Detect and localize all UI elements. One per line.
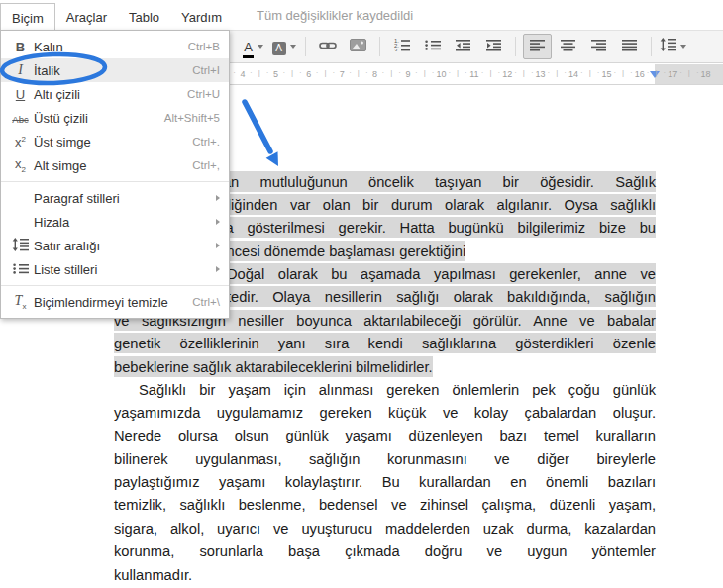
align-left-icon <box>530 38 546 55</box>
text-line[interactable]: korunma, sorunlarla başa çıkmada doğru v… <box>114 540 656 563</box>
menu-item-shortcut: Ctrl+B <box>188 41 220 52</box>
list-styles-icon <box>7 262 34 277</box>
link-icon <box>319 38 337 55</box>
image-icon <box>350 38 366 55</box>
insert-link-button[interactable] <box>313 34 342 59</box>
increase-indent-button[interactable] <box>479 34 508 59</box>
text-line[interactable]: Sağlıklı bir yaşam için alınması gereken… <box>114 379 656 402</box>
ruler-tick: | <box>655 68 657 77</box>
ruler-number: 10 <box>436 69 446 79</box>
line-spacing-toolbar-icon <box>660 38 676 55</box>
format-menu-item-biçimlendirmeyi-temizle[interactable]: TxBiçimlendirmeyi temizleCtrl+\ <box>1 290 229 314</box>
ruler-tick: · <box>696 68 699 77</box>
ruler-tick: | <box>358 68 360 77</box>
text-line[interactable]: paylaştığımız yaşamı kolaylaştırır. Bu k… <box>114 471 656 494</box>
bulleted-list-button[interactable] <box>418 34 447 59</box>
ruler-number: 13 <box>536 69 546 79</box>
format-menu-item-kalın[interactable]: BKalınCtrl+B <box>1 35 229 58</box>
toolbar-separator <box>515 37 516 56</box>
ruler-tick: | <box>589 68 591 77</box>
ruler-tick: · <box>415 68 418 77</box>
menu-item-shortcut: Ctrl+I <box>192 64 220 76</box>
ruler-number: 16 <box>635 69 645 79</box>
text-line[interactable]: genetik özelliklerinin yanı sıra kendi s… <box>114 333 656 355</box>
insert-image-button[interactable] <box>344 34 372 59</box>
toolbar-separator <box>305 37 306 56</box>
menu-biçim[interactable]: Biçim <box>0 3 55 32</box>
ruler-number: 7 <box>340 69 345 79</box>
menu-item-label: Üst simge <box>34 135 192 149</box>
strikethrough-icon: Abc <box>7 112 34 125</box>
highlight-color-button[interactable]: A <box>269 34 298 59</box>
menu-item-label: Hizala <box>34 215 216 230</box>
ruler-number: 6 <box>306 69 311 79</box>
ruler-tick: · <box>432 68 435 77</box>
ruler-tick: · <box>299 68 302 77</box>
ruler-tick: · <box>597 68 600 77</box>
ruler-tick: · <box>630 68 633 77</box>
svg-text:3.: 3. <box>394 48 399 51</box>
format-menu-item-alt-simge[interactable]: x2Alt simgeCtrl+, <box>1 153 229 177</box>
ruler-tick: | <box>523 68 525 77</box>
ruler-tick: · <box>250 68 253 77</box>
chevron-down-icon <box>290 45 296 49</box>
ruler-tick: | <box>258 68 260 77</box>
menu-item-label: Liste stilleri <box>34 262 216 277</box>
ruler-tick: · <box>316 68 319 77</box>
ruler-tick: · <box>564 68 567 77</box>
superscript-icon: x2 <box>7 135 34 147</box>
text-line[interactable]: kullanmadır. <box>114 564 656 587</box>
format-menu-item-üst-simge[interactable]: x2Üst simgeCtrl+. <box>1 130 229 153</box>
decrease-indent-button[interactable] <box>449 34 477 59</box>
menu-item-label: İtalik <box>34 63 192 78</box>
align-justify-button[interactable] <box>615 34 644 59</box>
ruler-tick: · <box>514 68 517 77</box>
ruler-tick: · <box>531 68 534 77</box>
text-line[interactable]: sigara, alkol, uyarıcı ve uyuşturucu mad… <box>114 518 656 540</box>
menu-item-label: Alt simge <box>34 158 192 173</box>
ruler-tick: | <box>324 68 326 77</box>
text-line[interactable]: temizlik, sağlıklı beslenme, bedensel ve… <box>114 494 656 517</box>
ruler-number: 12 <box>502 69 512 79</box>
format-menu-item-i-talik[interactable]: IİtalikCtrl+I <box>1 58 229 82</box>
align-left-button[interactable] <box>523 34 552 59</box>
align-center-button[interactable] <box>554 34 582 59</box>
format-menu-item-üstü-çizili[interactable]: AbcÜstü çiziliAlt+Shift+5 <box>1 106 229 130</box>
ruler-number: 18 <box>701 69 711 79</box>
selected-text: genetik özelliklerinin yanı sıra kendi s… <box>114 333 656 353</box>
ruler-tick: · <box>349 68 352 77</box>
toolbar-separator <box>651 37 652 56</box>
submenu-arrow-icon <box>216 243 220 248</box>
menu-item-shortcut: Ctrl+, <box>192 159 220 171</box>
menu-item-label: Satır aralığı <box>34 239 216 253</box>
submenu-arrow-icon <box>216 195 220 201</box>
format-menu-item-liste-stilleri[interactable]: Liste stilleri <box>1 257 229 281</box>
text-color-button[interactable]: A <box>239 34 267 59</box>
menu-araçlar[interactable]: Araçlar <box>55 3 118 31</box>
ruler-number: 11 <box>469 69 478 79</box>
numbered-list-button[interactable]: 1.2.3. <box>387 34 416 59</box>
align-right-button[interactable] <box>584 34 613 59</box>
outdent-icon <box>456 38 471 55</box>
text-line[interactable]: bebeklerine sağlık aktarabileceklerini b… <box>114 355 656 378</box>
format-menu-item-paragraf-stilleri[interactable]: Paragraf stilleri <box>1 186 229 210</box>
line-spacing-button[interactable] <box>659 34 687 59</box>
format-menu-item-hizala[interactable]: Hizala <box>1 210 229 234</box>
menu-item-label: Biçimlendirmeyi temizle <box>34 295 192 310</box>
ruler-tick: | <box>291 68 293 77</box>
format-menu-item-altı-çizili[interactable]: UAltı çiziliCtrl+U <box>1 82 229 106</box>
ruler-tick: · <box>613 68 616 77</box>
highlight-color-icon: A <box>272 38 286 55</box>
submenu-arrow-icon <box>216 219 220 225</box>
format-menu-item-satır-aralığı[interactable]: Satır aralığı <box>1 234 229 257</box>
menu-item-shortcut: Ctrl+\ <box>192 296 220 308</box>
chevron-down-icon <box>680 45 686 49</box>
menu-yardım[interactable]: Yardım <box>170 3 233 31</box>
google-docs-window: BiçimAraçlarTabloYardım Tüm değişiklikle… <box>0 0 723 588</box>
menu-tablo[interactable]: Tablo <box>118 3 170 31</box>
menu-item-shortcut: Ctrl+. <box>192 136 220 147</box>
text-line[interactable]: yaşamımızda uygulamamız gereken küçük ve… <box>114 402 656 425</box>
text-line[interactable]: Nerede olursa olsun günlük yaşamı düzenl… <box>114 425 656 447</box>
ruler-number: 8 <box>372 69 377 79</box>
text-line[interactable]: bilinerek uygulanması, sağlığın korunmas… <box>114 448 656 471</box>
